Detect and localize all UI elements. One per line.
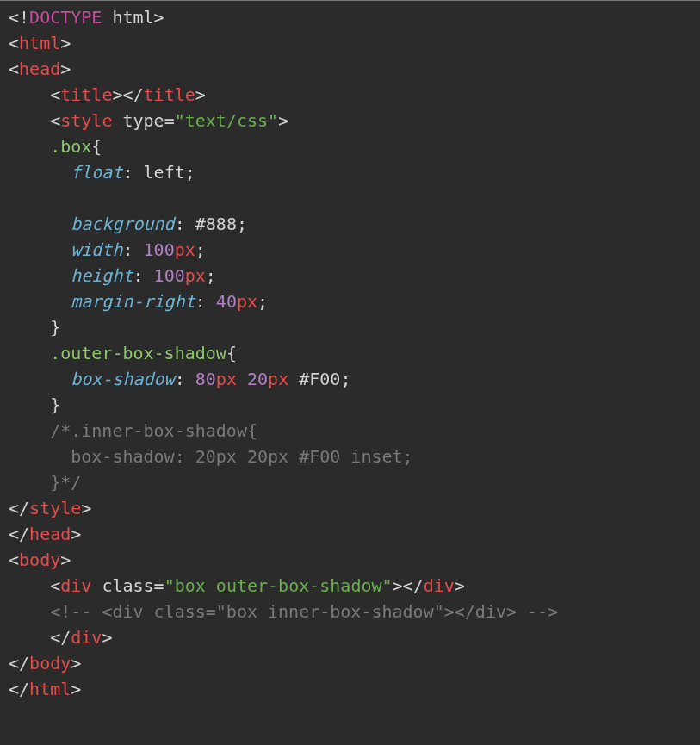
code-line: .box{ (9, 133, 691, 159)
code-token: title (144, 84, 195, 105)
code-token: 100 (144, 239, 175, 260)
code-token: ; (340, 369, 350, 389)
code-token: ; (237, 214, 247, 234)
code-token: { (91, 136, 102, 157)
code-line: box-shadow: 20px 20px #F00 inset; (9, 444, 691, 469)
code-token: ; (185, 162, 195, 183)
code-token: : (133, 265, 154, 286)
code-line: }*/ (9, 469, 691, 495)
code-line: .outer-box-shadow{ (9, 340, 691, 366)
code-token: : (122, 239, 143, 260)
code-token: width (71, 239, 122, 260)
code-token: px (237, 291, 257, 312)
code-token: > (71, 653, 81, 674)
code-line: width: 100px; (9, 237, 691, 263)
code-token: float (71, 162, 122, 183)
code-token: : (195, 291, 216, 312)
code-token (9, 369, 71, 389)
code-line: </html> (9, 676, 691, 702)
code-token: > (71, 524, 81, 544)
code-token: type= (122, 110, 174, 131)
code-token: < (9, 110, 60, 131)
code-token (9, 265, 71, 286)
code-token: div (71, 627, 102, 648)
code-line: </div> (9, 624, 691, 650)
code-line: </head> (9, 521, 691, 547)
code-token (91, 575, 102, 596)
code-token: /*.inner-box-shadow{ (9, 420, 257, 441)
code-token: < (9, 59, 19, 79)
code-token: body (19, 549, 60, 570)
code-token: }*/ (9, 472, 81, 493)
code-token: > (81, 498, 91, 518)
code-token: px (268, 369, 288, 389)
code-token: html (29, 679, 71, 699)
code-line: <!DOCTYPE html> (9, 4, 691, 30)
code-token: < (9, 575, 60, 596)
code-token: class= (102, 575, 164, 596)
code-token: </ (9, 498, 29, 518)
code-token: ; (195, 239, 206, 260)
code-token (9, 343, 50, 363)
code-token: <! (9, 7, 29, 28)
code-token: < (9, 549, 19, 570)
code-editor: <!DOCTYPE html><html><head> <title></tit… (0, 0, 700, 745)
code-token (9, 162, 71, 183)
code-token: margin-right (71, 291, 195, 312)
code-token: 40 (216, 291, 237, 312)
code-token: > (278, 110, 288, 131)
code-line: <body> (9, 547, 691, 573)
code-token: 100 (154, 265, 185, 286)
code-token: "text/css" (175, 110, 278, 131)
code-token: { (226, 343, 237, 363)
code-line: </body> (9, 650, 691, 676)
code-line: <html> (9, 30, 691, 56)
code-token: } (9, 317, 60, 338)
code-token: body (29, 653, 71, 674)
code-line (9, 185, 691, 211)
code-token: ></ (112, 84, 143, 105)
highlight-box (9, 702, 238, 745)
code-token (9, 239, 71, 260)
code-token: 80 (195, 369, 216, 389)
code-token: ; (257, 291, 268, 312)
code-token: title (60, 84, 112, 105)
code-token: background (71, 214, 174, 234)
code-line: <style type="text/css"> (9, 108, 691, 133)
code-token: > (195, 84, 206, 105)
code-token: html> (102, 7, 164, 28)
code-token: px (216, 369, 237, 389)
code-token: > (60, 59, 71, 79)
code-token: < (9, 33, 19, 53)
code-token: #888 (195, 214, 237, 234)
code-token: : (175, 369, 195, 389)
code-token: </ (9, 653, 29, 674)
code-token: head (29, 524, 71, 544)
code-token: box-shadow (71, 369, 174, 389)
code-token: ; (206, 265, 216, 286)
code-token: html (19, 33, 60, 53)
code-line: } (9, 392, 691, 418)
code-token (237, 369, 247, 389)
code-token: > (60, 549, 71, 570)
code-token: > (102, 627, 112, 648)
code-token: style (60, 110, 112, 131)
code-token: px (175, 239, 195, 260)
code-token: px (185, 265, 206, 286)
code-token: head (19, 59, 60, 79)
code-line: margin-right: 40px; (9, 289, 691, 314)
code-line: } (9, 314, 691, 340)
code-token (112, 110, 122, 131)
code-token: > (60, 33, 71, 53)
code-line: background: #888; (9, 211, 691, 237)
code-token: </ (9, 524, 29, 544)
code-token (9, 188, 19, 208)
code-token: div (60, 575, 91, 596)
code-line: <div class="box outer-box-shadow"></div> (9, 573, 691, 599)
code-token (288, 369, 299, 389)
code-token: left (144, 162, 185, 183)
code-token (9, 214, 71, 234)
code-token: : (175, 214, 195, 234)
code-token: DOCTYPE (29, 7, 102, 28)
code-lines: <!DOCTYPE html><html><head> <title></tit… (9, 4, 691, 702)
